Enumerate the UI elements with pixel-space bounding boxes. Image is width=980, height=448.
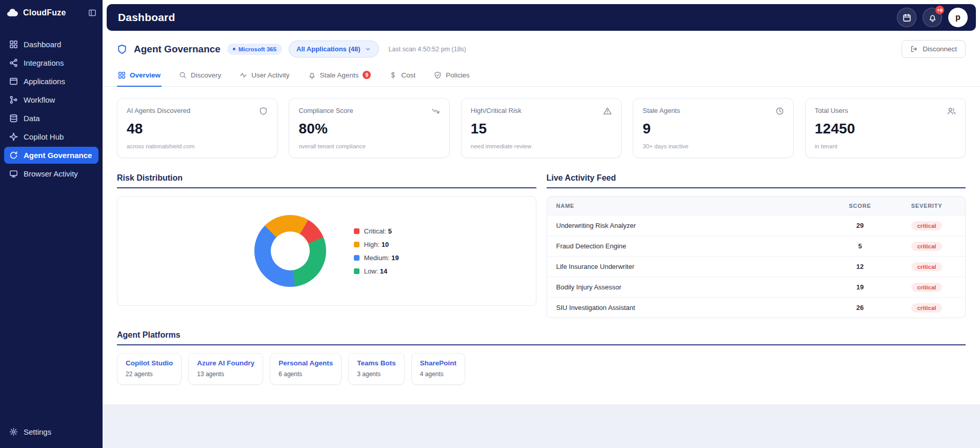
notifications-button[interactable]: +9 <box>923 8 942 27</box>
tab-overview[interactable]: Overview <box>117 64 162 87</box>
share-icon <box>9 59 18 67</box>
stat-card-ai-agents-discovered: AI Agents Discovered48across nationalshi… <box>117 98 277 158</box>
legend-item-critical: Critical: 5 <box>354 227 399 235</box>
sidebar-item-label: Workflow <box>24 95 55 104</box>
platform-card-azure-ai-foundry[interactable]: Azure AI Foundry13 agents <box>188 353 263 385</box>
window-icon <box>9 77 18 86</box>
platform-card-teams-bots[interactable]: Teams Bots3 agents <box>348 353 405 385</box>
applications-filter-dropdown[interactable]: All Applications (48) <box>289 41 378 57</box>
severity-badge: critical <box>911 262 942 271</box>
tab-label: Discovery <box>191 71 221 79</box>
sidebar-item-agent-governance[interactable]: Agent Governance <box>4 147 98 164</box>
shield-icon <box>259 107 268 115</box>
stat-value: 80% <box>298 121 439 137</box>
schedule-button[interactable] <box>897 8 916 27</box>
feed-row-underwriting-risk-analyzer[interactable]: Underwriting Risk Analyzer29critical <box>547 216 966 236</box>
column-header-name: NAME <box>547 197 832 216</box>
disconnect-button[interactable]: Disconnect <box>902 40 966 58</box>
feed-row-fraud-detection-engine[interactable]: Fraud Detection Engine5critical <box>547 236 966 257</box>
activity-feed-card: NAMESCORESEVERITY Underwriting Risk Anal… <box>547 196 966 318</box>
stat-label: Stale Agents <box>643 107 680 114</box>
notification-count-badge: +9 <box>935 6 944 14</box>
calendar-icon <box>903 13 911 22</box>
database-icon <box>9 114 18 123</box>
gear-icon <box>9 427 18 436</box>
sidebar-item-label: Applications <box>24 77 65 86</box>
sidebar-item-label: Settings <box>24 427 51 436</box>
tab-label: Overview <box>130 71 161 79</box>
tab-cost[interactable]: Cost <box>388 64 416 87</box>
last-scan-text: Last scan 4:50:52 pm (18s) <box>389 46 466 53</box>
tab-stale-agents[interactable]: Stale Agents9 <box>307 64 372 87</box>
sidebar-item-browser-activity[interactable]: Browser Activity <box>4 165 98 182</box>
sidebar-item-copilot-hub[interactable]: Copilot Hub <box>4 128 98 145</box>
feed-row-bodily-injury-assessor[interactable]: Bodily Injury Assessor19critical <box>547 277 966 298</box>
grid-icon <box>9 40 18 49</box>
severity-badge: critical <box>911 221 942 230</box>
stat-value: 48 <box>127 121 268 137</box>
platform-name: Copilot Studio <box>126 359 173 367</box>
feed-row-life-insurance-underwriter[interactable]: Life Insurance Underwriter12critical <box>547 257 966 277</box>
topbar: Dashboard +9p <box>107 4 976 31</box>
stat-label: AI Agents Discovered <box>127 107 190 114</box>
sidebar-item-integrations[interactable]: Integrations <box>4 54 98 71</box>
platform-name: Personal Agents <box>278 359 333 367</box>
sidebar-item-dashboard[interactable]: Dashboard <box>4 36 98 53</box>
sidebar-item-workflow[interactable]: Workflow <box>4 91 98 108</box>
platform-card-copilot-studio[interactable]: Copilot Studio22 agents <box>117 353 182 385</box>
legend-swatch <box>354 268 359 274</box>
severity-badge: critical <box>911 242 942 251</box>
tab-label: Cost <box>401 71 415 79</box>
page-title: Dashboard <box>118 11 175 24</box>
live-activity-feed-section: Live Activity Feed NAMESCORESEVERITY Und… <box>547 169 966 318</box>
tab-label: User Activity <box>251 71 289 79</box>
platform-agent-count: 13 agents <box>197 371 254 378</box>
platform-card-personal-agents[interactable]: Personal Agents6 agents <box>270 353 342 385</box>
platform-agent-count: 4 agents <box>420 371 456 378</box>
sidebar-collapse-icon[interactable] <box>88 9 96 17</box>
agent-name: Fraud Detection Engine <box>547 236 832 257</box>
stat-subtext: 30+ days inactive <box>643 143 784 149</box>
risk-distribution-card: Critical: 5High: 10Medium: 19Low: 14 <box>117 196 536 306</box>
feed-row-siu-investigation-assistant[interactable]: SIU Investigation Assistant26critical <box>547 298 966 318</box>
agent-severity-cell: critical <box>888 298 965 318</box>
agent-platforms-section: Agent Platforms Copilot Studio22 agentsA… <box>103 318 980 398</box>
topbar-actions: +9p <box>897 8 968 27</box>
tab-user-activity[interactable]: User Activity <box>238 64 290 87</box>
two-column-section: Risk Distribution Critical: 5High: 10Med… <box>103 162 980 318</box>
pulse-icon <box>239 71 247 79</box>
refresh-icon <box>9 151 18 160</box>
stat-value: 9 <box>643 121 784 137</box>
legend-item-high: High: 10 <box>354 241 399 248</box>
platform-name: Teams Bots <box>357 359 396 367</box>
column-header-severity: SEVERITY <box>888 197 965 216</box>
legend-label: High: 10 <box>364 241 389 248</box>
sidebar-item-label: Dashboard <box>24 40 61 49</box>
user-avatar[interactable]: p <box>948 8 968 27</box>
legend-item-low: Low: 14 <box>354 267 399 275</box>
platform-name: SharePoint <box>420 359 456 367</box>
sidebar-item-settings[interactable]: Settings <box>4 423 98 440</box>
stat-card-compliance-score: Compliance Score80%overall tenant compli… <box>289 98 449 158</box>
tab-bar: OverviewDiscoveryUser ActivityStale Agen… <box>103 64 980 87</box>
activity-feed-table: NAMESCORESEVERITY Underwriting Risk Anal… <box>547 197 966 318</box>
legend-item-medium: Medium: 19 <box>354 254 399 262</box>
tab-policies[interactable]: Policies <box>433 64 471 87</box>
stat-subtext: need immediate review <box>471 143 612 149</box>
brand-name: CloudFuze <box>23 8 84 17</box>
shield-icon <box>117 44 127 54</box>
sidebar-item-label: Integrations <box>24 59 64 67</box>
risk-distribution-title: Risk Distribution <box>117 169 536 188</box>
platform-card-sharepoint[interactable]: SharePoint4 agents <box>411 353 465 385</box>
stat-subtext: in tenant <box>815 143 956 149</box>
agent-score: 5 <box>832 236 888 257</box>
sidebar-item-applications[interactable]: Applications <box>4 73 98 90</box>
users-icon <box>947 107 956 115</box>
severity-badge: critical <box>911 303 942 313</box>
agent-severity-cell: critical <box>888 236 965 257</box>
risk-donut-chart <box>254 215 326 287</box>
main-area: Dashboard +9p Agent Governance Microsoft… <box>103 0 980 448</box>
tab-discovery[interactable]: Discovery <box>178 64 222 87</box>
agent-score: 12 <box>832 257 888 277</box>
sidebar-item-data[interactable]: Data <box>4 110 98 127</box>
